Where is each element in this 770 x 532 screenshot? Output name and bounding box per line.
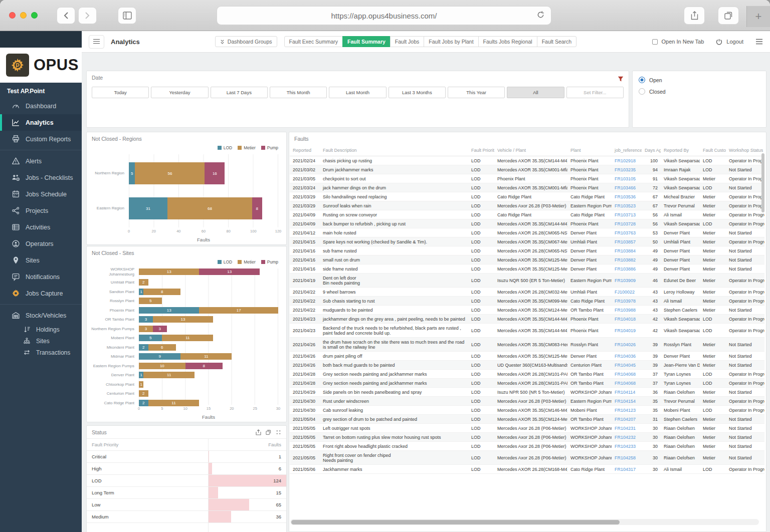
back-button[interactable] [57,7,75,24]
job-reference-link[interactable]: FR103713 [615,212,636,217]
job-reference-link[interactable]: FR104036 [615,354,636,359]
job-reference-link[interactable]: FR103886 [615,267,636,272]
table-row[interactable]: 2021/05/05Front right above headlight pl… [290,442,764,451]
horizontal-scrollbar-thumb[interactable] [291,520,620,524]
sidebar-item-operators[interactable]: Operators [0,235,82,252]
sidebar-item-custom-reports[interactable]: Custom Reports [0,131,82,147]
date-filter-this-year[interactable]: This Year [448,87,505,98]
zoom-window-button[interactable] [31,12,38,19]
job-reference-link[interactable]: FR104068 [615,381,636,386]
sidebar-item-jobs-capture[interactable]: Jobs Capture [0,285,82,302]
table-row[interactable]: 2021/04/09Rusting on screw conveyorLODCa… [290,210,764,219]
date-filter-today[interactable]: Today [92,87,149,98]
job-reference-link[interactable]: FR104231 [615,426,636,431]
job-reference-link[interactable]: FR104317 [615,467,636,472]
job-reference-link[interactable]: FR103857 [615,239,636,244]
table-row[interactable]: 2021/04/16side frame rustedLODMercedes A… [290,264,764,274]
date-filter-this-month[interactable]: This Month [270,87,327,98]
filter-icon[interactable] [618,75,624,84]
table-row[interactable]: 2021/03/29Sunroof leaks when rainLODMerc… [290,201,764,210]
menu-toggle-button[interactable] [89,35,104,49]
minimize-window-button[interactable] [20,12,27,19]
job-reference-link[interactable]: FR103235 [615,167,636,172]
table-row[interactable]: 2021/05/05Right front cover on fender ch… [290,451,764,465]
radio-option-open[interactable]: Open [633,74,766,86]
reload-button[interactable] [537,11,544,21]
date-filter-last-3-months[interactable]: Last 3 Months [389,87,446,98]
table-row[interactable]: 2021/04/16small rust on drumLODMercedes … [290,255,764,264]
sidebar-item-activities[interactable]: Activities [0,219,82,235]
sidebar-item-dashboard[interactable]: Dashboard [0,98,82,114]
table-row[interactable]: 2021/04/23jackhammer dings on the grey a… [290,315,764,324]
date-filter-set-filter[interactable]: Set Filter... [566,87,624,98]
open-in-new-tab-checkbox[interactable] [652,39,658,45]
table-row[interactable]: 2021/05/05Left outrigger rust spotsLODMe… [290,424,764,433]
tabs-overview-button[interactable] [718,7,739,25]
tab-fault-search[interactable]: Fault Search [537,36,577,47]
table-row[interactable]: 2021/04/09back bumper to refurbish , pic… [290,219,764,228]
job-reference-link[interactable]: FR103728 [615,221,636,226]
job-reference-link[interactable]: FR104114 [615,390,635,395]
job-reference-link[interactable]: FR103536 [615,194,636,199]
export-icon[interactable] [256,429,261,435]
column-header-fault-customer[interactable]: Fault Customer [700,145,726,156]
table-row[interactable]: 2021/03/05checkpoint to sort outLODPhoen… [290,174,764,183]
job-reference-link[interactable]: FR104233 [615,444,636,449]
job-reference-link[interactable]: FR104258 [615,455,636,460]
table-row[interactable]: 2021/02/24chasis picking up rustingLODMe… [290,156,764,165]
column-header-fault-priority[interactable]: Fault Priority [468,145,494,156]
job-reference-link[interactable]: FR104018 [615,317,636,322]
table-row[interactable]: 2021/04/30Cab sunroof leakingLODMercedes… [290,406,764,415]
job-reference-link[interactable]: FR104232 [615,435,636,440]
table-row[interactable]: 2021/03/02Drum jackhammer marksLODMerced… [290,165,764,174]
new-tab-button[interactable]: + [746,6,770,27]
sidebar-toggle-button[interactable] [118,7,136,24]
close-window-button[interactable] [9,12,16,19]
table-row[interactable]: 2021/04/23Backend of the truck needs to … [290,324,764,338]
job-reference-link[interactable]: FR102918 [615,158,636,163]
tab-faults-jobs-regional[interactable]: Faults Jobs Regional [478,36,537,47]
list-menu-icon[interactable] [755,39,763,45]
table-row[interactable]: 2021/04/28Grey section needs painting an… [290,379,764,388]
job-reference-link[interactable]: FR103988 [615,308,636,313]
horizontal-scrollbar[interactable] [290,519,759,525]
table-row[interactable]: 2021/05/06Jackhammer marksLODMercedes AX… [290,465,764,474]
sidebar-subitem-sites[interactable]: Sites [0,335,82,347]
job-reference-link[interactable]: FR103763 [615,230,636,235]
column-header-days-ago[interactable]: Days Ago [642,145,661,156]
tab-fault-jobs[interactable]: Fault Jobs [390,36,424,47]
sidebar-item-jobs-checklists[interactable]: Jobs - Checklists [0,169,82,186]
job-reference-link[interactable]: FR104123 [615,408,636,413]
column-header-reported-by[interactable]: Reported By [661,145,700,156]
date-filter-all[interactable]: All [507,87,564,98]
table-row[interactable]: 2021/04/28Grey section needs painting an… [290,370,764,379]
expand-icon[interactable] [276,429,281,435]
tab-fault-summary[interactable]: Fault Summary [342,36,391,47]
table-row[interactable]: 2021/04/29Side panels on bin needs panel… [290,388,764,397]
dashboard-groups-button[interactable]: Dashboard Groups [215,36,277,47]
date-filter-last-7-days[interactable]: Last 7 Days [211,87,268,98]
table-row[interactable]: 2021/04/26drum paint piling offLODMerced… [290,352,764,361]
table-row[interactable]: 2021/03/29Silo handrailings need replaci… [290,192,764,201]
tab-fault-exec-summary[interactable]: Fault Exec Summary [284,36,343,47]
forward-button[interactable] [78,7,97,24]
address-bar[interactable]: https://app.opus4business.com/ [217,6,551,25]
sidebar-item-analytics[interactable]: Analytics [0,114,82,131]
job-reference-link[interactable]: FR103978 [615,299,636,304]
table-row[interactable]: 2021/04/229 wheel barrowsLODMercedes AXO… [290,288,764,297]
sidebar-item-notifications[interactable]: Notifications [0,269,82,285]
table-row[interactable]: 2021/04/26the drum have scrach on the si… [290,338,764,352]
table-row[interactable]: 2021/04/16sub frame rustedLODMercedes AX… [290,246,764,255]
date-filter-last-month[interactable]: Last Month [329,87,386,98]
job-reference-link[interactable]: FR103523 [615,203,636,208]
job-reference-link[interactable]: FR104026 [615,342,636,347]
tab-fault-jobs-by-plant[interactable]: Fault Jobs by Plant [424,36,478,47]
job-reference-link[interactable]: FR103884 [615,248,636,253]
job-reference-link[interactable]: FR103105 [615,176,636,181]
column-header-vehicle-plant[interactable]: Vehicle / Plant [494,145,567,156]
vertical-scrollbar-thumb[interactable] [761,153,764,212]
sidebar-subitem-holdings[interactable]: Holdings [0,324,82,335]
sidebar-item-projects[interactable]: Projects [0,202,82,219]
sidebar-item-sites[interactable]: Sites [0,252,82,269]
sidebar-item-jobs-schedule[interactable]: Jobs Schedule [0,186,82,202]
